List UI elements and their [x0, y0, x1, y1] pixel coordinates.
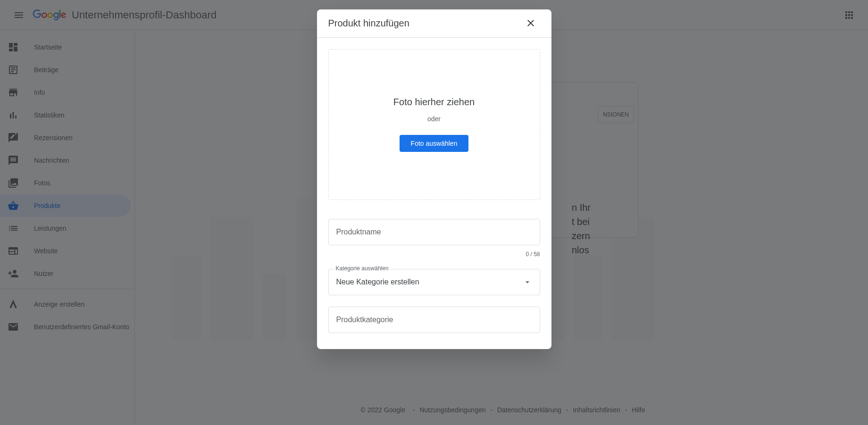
- dropzone-or-text: oder: [427, 115, 441, 123]
- modal-body: Foto hierher ziehen oder Foto auswählen …: [317, 38, 551, 349]
- category-select-value: Neue Kategorie erstellen: [336, 278, 419, 286]
- modal-title: Produkt hinzufügen: [328, 18, 409, 29]
- add-product-modal: Produkt hinzufügen Foto hierher ziehen o…: [317, 9, 551, 349]
- modal-header: Produkt hinzufügen: [317, 9, 551, 38]
- photo-dropzone[interactable]: Foto hierher ziehen oder Foto auswählen: [328, 49, 540, 200]
- close-icon: [525, 17, 536, 29]
- char-count: 0 / 58: [328, 251, 540, 258]
- modal-overlay: Produkt hinzufügen Foto hierher ziehen o…: [0, 0, 868, 425]
- product-category-input[interactable]: [328, 307, 540, 333]
- category-select-label: Kategorie auswählen: [334, 265, 391, 272]
- chevron-down-icon: [523, 277, 532, 287]
- select-photo-button[interactable]: Foto auswählen: [400, 135, 469, 152]
- dropzone-drag-text: Foto hierher ziehen: [393, 97, 475, 108]
- close-button[interactable]: [521, 14, 540, 33]
- category-select[interactable]: Neue Kategorie erstellen: [328, 269, 540, 295]
- product-name-input[interactable]: [328, 219, 540, 245]
